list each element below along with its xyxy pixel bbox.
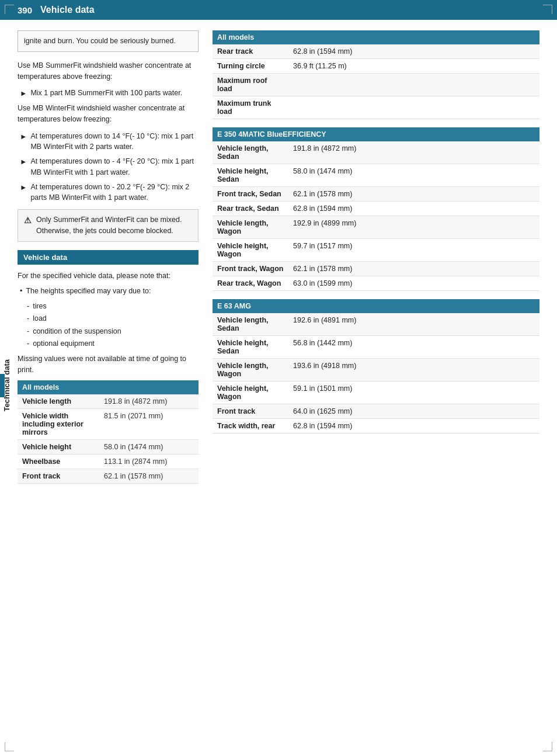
warning-note: ⚠ Only SummerFit and WinterFit can be mi… [18,209,199,242]
table-cell-value: 192.9 in (4899 mm) [288,216,539,239]
table-cell-value: 56.8 in (1442 mm) [288,336,539,359]
right-column: All models Rear track62.8 in (1594 mm)Tu… [213,30,539,492]
table-row: Vehicle length191.8 in (4872 mm) [18,394,199,409]
table-cell-label: Maximum trunk load [213,96,288,119]
page-number: 390 [18,5,32,15]
dash-icon-3: - [27,325,29,338]
table-cell-label: Rear track, Wagon [213,276,288,291]
table-row: Vehicle height, Sedan56.8 in (1442 mm) [213,336,539,359]
table-cell-value: 59.1 in (1501 mm) [288,382,539,404]
table-cell-value: 62.8 in (1594 mm) [288,202,539,216]
section-intro-3: Missing values were not available at tim… [18,353,199,376]
table-row: Wheelbase113.1 in (2874 mm) [18,454,199,469]
table-cell-value: 58.0 in (1474 mm) [288,164,539,187]
table-cell-label: Rear track [213,44,288,59]
all-models-header-right: All models [213,30,539,44]
corner-mark-br [543,742,552,751]
table-row: Rear track, Sedan62.8 in (1594 mm) [213,202,539,216]
table-cell-label: Vehicle length, Sedan [213,141,288,164]
table-cell-value: 58.0 in (1474 mm) [99,439,199,454]
sub-bullet-suspension: - condition of the suspension [27,325,199,338]
corner-mark-tl [5,5,14,14]
winter-bullet-3-text: At temperatures down to - 20.2 °F(- 29 °… [30,182,199,204]
warning-box: ignite and burn. You could be seriously … [18,30,199,52]
table-row: Maximum roof load [213,74,539,96]
table-row: Front track, Sedan62.1 in (1578 mm) [213,187,539,202]
table-row: Rear track62.8 in (1594 mm) [213,44,539,59]
summer-bullet-1-text: Mix 1 part MB SummerFit with 100 parts w… [30,88,199,99]
arrow-icon-w3: ► [20,182,27,204]
corner-mark-tr [543,5,552,14]
sub-bullet-load-text: load [33,313,47,325]
winter-bullet-1: ► At temperatures down to 14 °F(- 10 °C)… [18,131,199,153]
table-row: Vehicle height58.0 in (1474 mm) [18,439,199,454]
table-cell-label: Vehicle height, Wagon [213,239,288,262]
table-cell-value: 62.1 in (1578 mm) [288,262,539,276]
table-row: Vehicle width including exterior mirrors… [18,408,199,439]
table-cell-label: Vehicle width including exterior mirrors [18,408,99,439]
dash-icon-2: - [27,313,29,325]
all-models-header-left: All models [18,380,199,394]
table-row: Vehicle length, Sedan191.8 in (4872 mm) [213,141,539,164]
sub-bullet-load: - load [27,313,199,325]
warning-text: ignite and burn. You could be seriously … [24,37,176,45]
dash-icon: - [27,300,29,313]
table-row: Front track64.0 in (1625 mm) [213,404,539,419]
content-area: ignite and burn. You could be seriously … [0,20,557,502]
table-row: Vehicle height, Wagon59.7 in (1517 mm) [213,239,539,262]
winter-bullet-2-text: At temperatures down to - 4 °F(- 20 °C):… [30,156,199,178]
e63-header: E 63 AMG [213,299,539,313]
table-cell-label: Front track [18,469,99,483]
table-cell-label: Vehicle height [18,439,99,454]
table-cell-label: Vehicle length, Sedan [213,313,288,336]
table-cell-value: 62.8 in (1594 mm) [288,419,539,434]
sub-bullet-optional-text: optional equipment [33,338,95,350]
all-models-table-right: All models Rear track62.8 in (1594 mm)Tu… [213,30,539,119]
e350-table: E 350 4MATIC BlueEFFICIENCY Vehicle leng… [213,127,539,291]
table-row: Maximum trunk load [213,96,539,119]
section-title: Vehicle data [23,253,67,262]
table-row: Vehicle height, Wagon59.1 in (1501 mm) [213,382,539,404]
sub-bullet-optional: - optional equipment [27,338,199,350]
winter-bullet-2: ► At temperatures down to - 4 °F(- 20 °C… [18,156,199,178]
table-row: Turning circle36.9 ft (11.25 m) [213,59,539,74]
table-cell-value: 63.0 in (1599 mm) [288,276,539,291]
page-title: Vehicle data [40,5,95,15]
section-title-bar: Vehicle data [18,250,199,265]
table-cell-label: Vehicle height, Sedan [213,164,288,187]
table-cell-value: 62.8 in (1594 mm) [288,44,539,59]
sub-bullet-suspension-text: condition of the suspension [33,325,121,338]
table-row: Rear track, Wagon63.0 in (1599 mm) [213,276,539,291]
table-row: Vehicle length, Sedan192.6 in (4891 mm) [213,313,539,336]
table-cell-value: 36.9 ft (11.25 m) [288,59,539,74]
table-cell-label: Vehicle length [18,394,99,409]
corner-mark-bl [5,742,14,751]
table-cell-value: 62.1 in (1578 mm) [288,187,539,202]
warning-note-text: Only SummerFit and WinterFit can be mixe… [36,214,192,237]
table-row: Vehicle length, Wagon192.9 in (4899 mm) [213,216,539,239]
table-cell-value: 191.8 in (4872 mm) [288,141,539,164]
table-cell-label: Vehicle length, Wagon [213,359,288,382]
table-cell-label: Vehicle height, Sedan [213,336,288,359]
e350-header: E 350 4MATIC BlueEFFICIENCY [213,127,539,141]
table-cell-label: Rear track, Sedan [213,202,288,216]
table-row: Vehicle height, Sedan58.0 in (1474 mm) [213,164,539,187]
table-cell-label: Track width, rear [213,419,288,434]
table-cell-label: Maximum roof load [213,74,288,96]
all-models-table-left: All models Vehicle length191.8 in (4872 … [18,380,199,484]
table-row: Front track, Wagon62.1 in (1578 mm) [213,262,539,276]
table-cell-value: 81.5 in (2071 mm) [99,408,199,439]
table-cell-label: Front track, Wagon [213,262,288,276]
side-label-bar [0,374,5,397]
winter-bullet-1-text: At temperatures down to 14 °F(- 10 °C): … [30,131,199,153]
table-cell-label: Front track [213,404,288,419]
table-row: Track width, rear62.8 in (1594 mm) [213,419,539,434]
warning-icon: ⚠ [24,214,32,237]
table-cell-value [288,96,539,119]
sub-bullet-tires: - tires [27,300,199,313]
heights-text: The heights specified may vary due to: [26,286,151,297]
table-row: Front track62.1 in (1578 mm) [18,469,199,483]
table-cell-value: 113.1 in (2874 mm) [99,454,199,469]
table-cell-value: 192.6 in (4891 mm) [288,313,539,336]
table-row: Vehicle length, Wagon193.6 in (4918 mm) [213,359,539,382]
